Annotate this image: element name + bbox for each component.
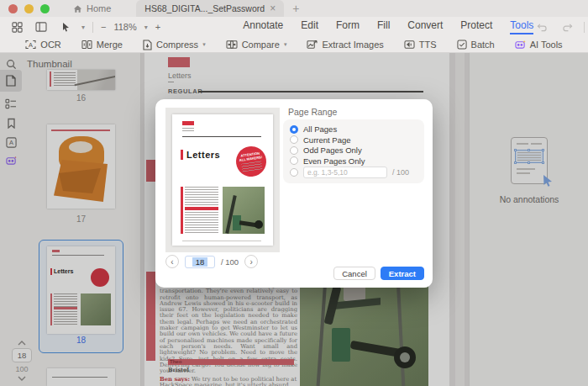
option-even-pages-label: Even Pages Only [303, 156, 365, 166]
compress-icon [143, 40, 152, 50]
zoom-in-button[interactable]: + [155, 22, 160, 32]
compress-caret-icon: ▾ [202, 41, 206, 48]
preview-attention-badge: ATTENTION ALL MAKERS! [234, 145, 269, 179]
menubar: ▾ − 118% ▾ + Annotate Edit Form Fill Con… [0, 17, 588, 37]
extract-pages-dialog: Letters ATTENTION ALL MAKERS! [155, 99, 433, 288]
toolbar-right-icons [533, 19, 588, 34]
tool-extract-images[interactable]: Extract Images [307, 40, 383, 50]
cursor-tool-icon[interactable] [57, 19, 74, 34]
preview-next-button[interactable]: › [244, 255, 258, 268]
option-current-page-label: Current Page [303, 135, 351, 145]
tool-compress-label: Compress [156, 40, 198, 50]
tool-merge[interactable]: Merge [81, 40, 123, 50]
extract-images-icon [307, 40, 318, 50]
tool-ocr-label: OCR [40, 40, 60, 50]
radio-odd-pages[interactable] [290, 146, 298, 155]
tool-ai-tools-label: AI Tools [530, 40, 563, 50]
close-tab-icon[interactable]: × [270, 3, 276, 14]
radio-custom-range[interactable] [290, 168, 298, 177]
minimize-window-button[interactable] [24, 4, 34, 13]
home-tab-label: Home [87, 3, 111, 13]
redo-icon[interactable] [559, 19, 575, 34]
compare-caret-icon: ▾ [284, 41, 287, 48]
preview-page-total: / 100 [221, 257, 239, 267]
ai-tools-icon [515, 40, 526, 50]
svg-text:A: A [29, 41, 33, 49]
cancel-button[interactable]: Cancel [333, 267, 375, 280]
page-range-options: All Pages Current Page Odd Pages Only Ev… [283, 119, 424, 183]
tool-batch[interactable]: Batch [457, 40, 495, 50]
tool-ocr[interactable]: A OCR [25, 40, 60, 50]
sidebar-toggle-icon[interactable] [33, 19, 50, 34]
page-preview-container: Letters ATTENTION ALL MAKERS! [165, 108, 280, 252]
preview-prev-button[interactable]: ‹ [165, 255, 179, 268]
preview-theo-bar [185, 207, 218, 210]
cursor-tool-caret[interactable]: ▾ [81, 24, 85, 31]
page-grid-icon[interactable] [8, 19, 25, 34]
menu-tools[interactable]: Tools [510, 19, 533, 34]
page-preview: Letters ATTENTION ALL MAKERS! [172, 114, 273, 246]
main-menus: Annotate Edit Form Fill Convert Protect … [243, 19, 533, 34]
zoom-level-value[interactable]: 118% [113, 22, 136, 32]
tool-tts[interactable]: TTS [404, 40, 437, 50]
window-controls [8, 4, 50, 13]
preview-red-tag [182, 121, 194, 125]
preview-photo-wheel [255, 220, 263, 229]
zoom-window-button[interactable] [40, 4, 50, 13]
menu-edit[interactable]: Edit [301, 19, 318, 34]
new-tab-button[interactable]: + [292, 2, 299, 15]
preview-photo [223, 187, 265, 234]
divider [92, 22, 93, 33]
menu-convert[interactable]: Convert [407, 19, 443, 34]
document-tab-label: HS68_DIGITA..._SetPassword [144, 3, 265, 13]
preview-red-rule [181, 187, 183, 234]
tool-tts-label: TTS [419, 40, 437, 50]
page-range-label: Page Range [288, 107, 337, 117]
app-window: Home HS68_DIGITA..._SetPassword × + ▾ − … [0, 0, 588, 386]
dialog-actions: Cancel Extract [333, 267, 424, 280]
preview-column-lines [185, 187, 218, 234]
close-window-button[interactable] [8, 4, 18, 13]
batch-icon [457, 40, 467, 50]
radio-even-pages[interactable] [290, 156, 298, 165]
view-controls: ▾ − 118% ▾ + [8, 19, 160, 34]
preview-page-input[interactable]: 18 [185, 256, 215, 268]
tool-compare[interactable]: Compare ▾ [226, 40, 287, 50]
custom-range-input[interactable] [303, 167, 387, 178]
menu-fill[interactable]: Fill [377, 19, 390, 34]
undo-icon[interactable] [533, 19, 550, 34]
titlebar: Home HS68_DIGITA..._SetPassword × + [0, 0, 588, 17]
option-current-page[interactable]: Current Page [290, 135, 417, 145]
preview-footer-rule [182, 241, 261, 241]
option-all-pages-label: All Pages [303, 124, 337, 134]
tool-compress[interactable]: Compress ▾ [143, 40, 206, 50]
option-odd-pages[interactable]: Odd Pages Only [290, 145, 417, 155]
tool-merge-label: Merge [97, 40, 123, 50]
tab-home[interactable]: Home [73, 3, 111, 13]
tool-ai-tools[interactable]: AI Tools [515, 40, 563, 50]
preview-page-value: 18 [192, 257, 208, 267]
preview-badge-lines [241, 161, 262, 172]
divider [584, 22, 585, 33]
menu-form[interactable]: Form [336, 19, 360, 34]
tts-icon [404, 40, 415, 50]
option-even-pages[interactable]: Even Pages Only [290, 156, 417, 166]
radio-current-page[interactable] [290, 135, 298, 144]
tab-document[interactable]: HS68_DIGITA..._SetPassword × [136, 0, 284, 17]
preview-section-rule [182, 136, 261, 137]
home-icon [73, 4, 82, 13]
preview-header-lines [182, 128, 194, 133]
option-all-pages[interactable]: All Pages [290, 124, 417, 134]
custom-range-total: / 100 [392, 168, 409, 177]
menu-annotate[interactable]: Annotate [243, 19, 283, 34]
zoom-out-button[interactable]: − [101, 22, 106, 32]
radio-all-pages[interactable] [290, 125, 298, 134]
menu-protect[interactable]: Protect [460, 19, 492, 34]
merge-icon [81, 40, 92, 50]
tool-batch-label: Batch [471, 40, 495, 50]
zoom-level-caret[interactable]: ▾ [144, 24, 148, 31]
ocr-icon: A [25, 40, 36, 50]
compare-icon [226, 40, 238, 50]
option-custom-range[interactable]: / 100 [290, 167, 417, 178]
extract-button[interactable]: Extract [381, 267, 424, 280]
